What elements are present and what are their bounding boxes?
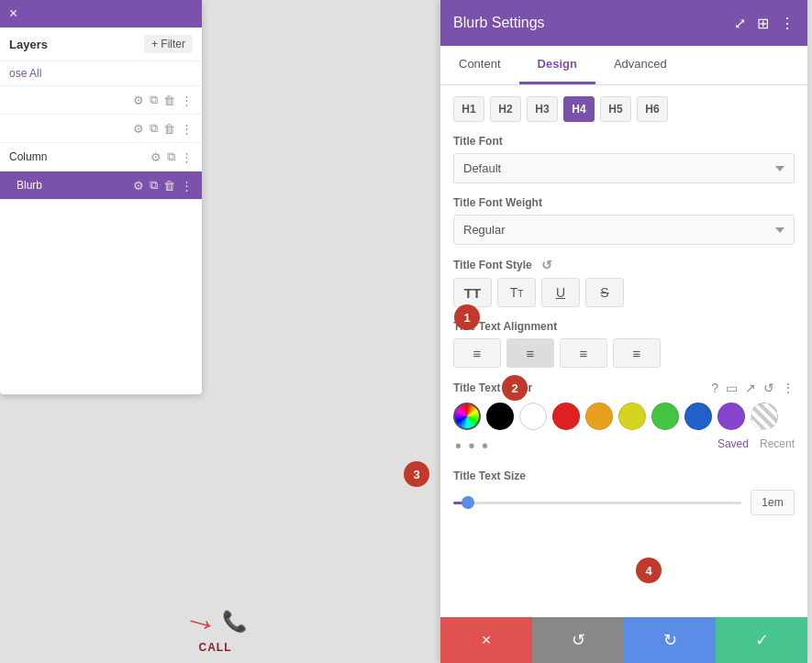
title-font-select[interactable]: Default — [453, 153, 795, 183]
color-picker-swatch[interactable] — [453, 403, 481, 430]
tab-advanced[interactable]: Advanced — [595, 46, 685, 84]
list-item[interactable]: ⚙ ⧉ 🗑 ⋮ — [0, 86, 202, 115]
title-text-alignment-label: Title Text Alignment — [453, 320, 795, 333]
arrow-icon: → — [180, 601, 223, 644]
layer-item-icons: ⚙ ⧉ 🗑 ⋮ — [133, 178, 193, 193]
style-small-caps-btn[interactable]: Tt — [497, 278, 536, 307]
copy-icon[interactable]: ⧉ — [167, 149, 175, 164]
heading-h3[interactable]: H3 — [527, 96, 558, 122]
resize-icon[interactable]: ⤢ — [734, 15, 746, 32]
badge-3: 3 — [404, 461, 429, 487]
undo-color-icon[interactable]: ↺ — [763, 381, 774, 395]
align-left-btn[interactable]: ≡ — [453, 338, 501, 368]
undo-button[interactable]: ↺ — [532, 617, 624, 663]
slider-row: 1em — [453, 490, 795, 515]
gear-icon[interactable]: ⚙ — [133, 94, 144, 107]
bottom-toolbar: × ↺ ↻ ✓ — [440, 617, 807, 663]
columns-icon[interactable]: ⊞ — [757, 15, 769, 32]
layer-item-label: Column — [9, 150, 47, 163]
call-label: CALL — [199, 641, 232, 654]
color-swatch-black[interactable] — [486, 403, 514, 430]
title-font-style-reset[interactable]: ↺ — [541, 258, 552, 272]
redo-button[interactable]: ↻ — [624, 617, 716, 663]
close-panel-btn[interactable]: × — [9, 6, 17, 22]
blurb-settings-panel: Blurb Settings ⤢ ⊞ ⋮ Content Design Adva… — [440, 0, 807, 663]
tabs-row: Content Design Advanced — [440, 46, 807, 85]
badge-2: 2 — [502, 375, 528, 401]
gear-icon[interactable]: ⚙ — [133, 122, 144, 136]
tab-content[interactable]: Content — [440, 46, 519, 84]
heading-h1[interactable]: H1 — [453, 96, 484, 122]
more-icon[interactable]: ⋮ — [181, 122, 193, 136]
heading-h4[interactable]: H4 — [563, 96, 595, 122]
list-item[interactable]: ⚙ ⧉ 🗑 ⋮ — [0, 115, 202, 143]
color-swatch-blue[interactable] — [684, 403, 712, 430]
layers-label: Layers — [9, 38, 48, 51]
copy-icon[interactable]: ⧉ — [150, 121, 158, 136]
section-gap — [453, 528, 795, 565]
saved-btn[interactable]: Saved — [717, 437, 749, 450]
cancel-button[interactable]: × — [440, 617, 532, 663]
saved-recent-row: Saved Recent — [717, 437, 795, 450]
align-right-btn[interactable]: ≡ — [560, 338, 607, 368]
color-swatch-white[interactable] — [519, 403, 547, 430]
filter-button[interactable]: + Filter — [144, 35, 193, 53]
layer-item-icons: ⚙ ⧉ 🗑 ⋮ — [133, 93, 193, 107]
more-icon[interactable]: ⋮ — [181, 150, 193, 164]
heading-h2[interactable]: H2 — [490, 96, 521, 122]
tab-design[interactable]: Design — [519, 46, 595, 84]
heading-h5[interactable]: H5 — [600, 96, 631, 122]
heading-h6[interactable]: H6 — [637, 96, 668, 122]
help-icon[interactable]: ? — [711, 381, 718, 395]
alignment-buttons: ≡ ≡ ≡ ≡ — [453, 338, 795, 368]
more-icon[interactable]: ⋮ — [181, 94, 193, 107]
gear-icon[interactable]: ⚙ — [133, 179, 144, 193]
color-swatch-red[interactable] — [552, 403, 580, 430]
color-swatch-orange[interactable] — [585, 403, 613, 430]
more-icon[interactable]: ⋮ — [181, 179, 193, 193]
title-font-style-label: Title Font Style ↺ — [453, 258, 795, 272]
list-item[interactable]: Column ⚙ ⧉ ⋮ — [0, 143, 202, 171]
color-swatch-striped[interactable] — [751, 403, 778, 430]
more-options-icon[interactable]: ⋮ — [780, 15, 795, 32]
style-strikethrough-btn[interactable]: S — [585, 278, 624, 307]
color-swatch-green[interactable] — [651, 403, 679, 430]
undo-icon: ↺ — [572, 630, 585, 650]
slider-value: 1em — [751, 490, 795, 515]
layer-item-icons: ⚙ ⧉ ⋮ — [150, 149, 193, 164]
more-color-icon[interactable]: ⋮ — [782, 381, 795, 395]
panel-title: Blurb Settings — [453, 15, 545, 31]
align-center-btn[interactable]: ≡ — [506, 338, 554, 368]
badge-4: 4 — [636, 558, 662, 583]
save-icon: ✓ — [755, 630, 769, 650]
panel-body: H1 H2 H3 H4 H5 H6 Title Font Default Tit… — [440, 85, 807, 617]
layers-bar: Layers + Filter — [0, 28, 202, 61]
heading-row: H1 H2 H3 H4 H5 H6 — [453, 96, 795, 122]
title-font-weight-select[interactable]: Regular — [453, 215, 795, 245]
save-button[interactable]: ✓ — [716, 617, 807, 663]
align-justify-btn[interactable]: ≡ — [613, 338, 661, 368]
slider-thumb[interactable] — [462, 496, 474, 509]
layer-item-label: Blurb — [17, 179, 42, 192]
trash-icon[interactable]: 🗑 — [163, 94, 175, 107]
trash-icon[interactable]: 🗑 — [163, 179, 175, 193]
slider-track[interactable] — [453, 502, 741, 504]
close-all-row[interactable]: ose All — [0, 61, 202, 86]
copy-icon[interactable]: ⧉ — [150, 178, 158, 193]
layer-item-icons: ⚙ ⧉ 🗑 ⋮ — [133, 121, 193, 136]
swatch-row-2: • • • Saved Recent — [453, 436, 795, 457]
trash-icon[interactable]: 🗑 — [163, 122, 175, 136]
device-icon[interactable]: ▭ — [726, 381, 738, 395]
color-swatch-purple[interactable] — [717, 403, 745, 430]
style-underline-btn[interactable]: U — [541, 278, 580, 307]
color-row-icons: ? ▭ ↗ ↺ ⋮ — [711, 381, 795, 395]
list-item-blurb[interactable]: Blurb ⚙ ⧉ 🗑 ⋮ — [0, 171, 202, 200]
recent-btn[interactable]: Recent — [760, 437, 795, 450]
color-swatch-yellow[interactable] — [618, 403, 646, 430]
style-bold-btn[interactable]: TT — [453, 278, 492, 307]
more-colors-btn[interactable]: • • • — [455, 436, 489, 457]
arrow-icon[interactable]: ↗ — [745, 381, 756, 395]
gear-icon[interactable]: ⚙ — [150, 150, 161, 164]
panel-header-icons: ⤢ ⊞ ⋮ — [734, 15, 795, 32]
copy-icon[interactable]: ⧉ — [150, 93, 158, 107]
